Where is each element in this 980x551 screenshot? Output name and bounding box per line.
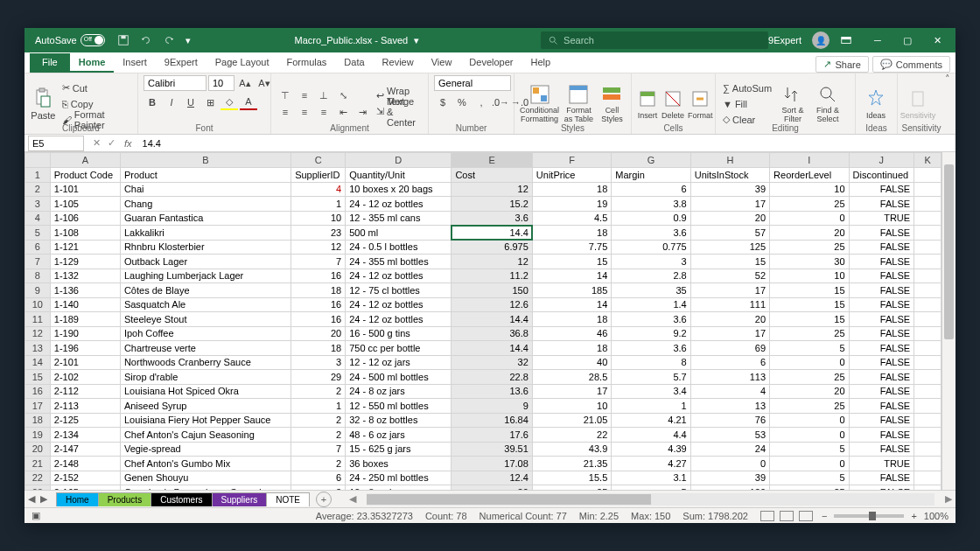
header-cell[interactable]: SupplierID: [291, 168, 346, 183]
cell[interactable]: 10: [770, 182, 849, 197]
cell[interactable]: 15 - 625 g jars: [346, 442, 452, 457]
cell[interactable]: Rhnbru Klosterbier: [120, 240, 290, 255]
cell[interactable]: TRUE: [849, 211, 914, 226]
row-header[interactable]: 5: [25, 226, 51, 241]
cell[interactable]: 12 - 355 ml cans: [346, 211, 452, 226]
cell[interactable]: 3.4: [612, 384, 690, 399]
sheet-tab-note[interactable]: NOTE: [266, 492, 310, 506]
cell[interactable]: 21.05: [532, 413, 611, 428]
cell[interactable]: FALSE: [849, 182, 914, 197]
cell[interactable]: 32 - 8 oz bottles: [346, 413, 452, 428]
maximize-button[interactable]: ▢: [892, 28, 922, 52]
cell[interactable]: 12.4: [452, 471, 532, 485]
cell[interactable]: 36.8: [452, 326, 532, 341]
cell[interactable]: 4.39: [612, 442, 690, 457]
cell[interactable]: 25: [770, 240, 849, 255]
increase-font-button[interactable]: A▴: [236, 75, 254, 91]
cell[interactable]: 500 ml: [346, 226, 452, 241]
cell[interactable]: FALSE: [849, 240, 914, 255]
cell[interactable]: 52: [690, 269, 769, 283]
cell[interactable]: 21.35: [532, 457, 611, 471]
font-name-combo[interactable]: Calibri: [144, 75, 206, 91]
cell[interactable]: 2-134: [50, 428, 120, 443]
cell[interactable]: 185: [532, 283, 611, 298]
zoom-out-icon[interactable]: −: [822, 511, 827, 521]
decrease-font-button[interactable]: A▾: [256, 75, 273, 91]
cell[interactable]: 113: [690, 370, 769, 385]
cell[interactable]: Steeleye Stout: [120, 312, 290, 327]
cell[interactable]: 12 - 75 cl bottles: [346, 283, 452, 298]
cell[interactable]: 0: [770, 457, 849, 471]
ribbon-tab-view[interactable]: View: [423, 53, 461, 73]
column-header-F[interactable]: F: [532, 153, 611, 168]
hscroll-left-icon[interactable]: ◀: [349, 493, 356, 505]
cell[interactable]: 43.9: [532, 442, 611, 457]
cell[interactable]: 25: [770, 370, 849, 385]
cell[interactable]: 29: [291, 370, 346, 385]
cell[interactable]: 5: [770, 341, 849, 356]
cell[interactable]: 18: [291, 341, 346, 356]
cell[interactable]: Sasquatch Ale: [120, 297, 290, 312]
row-header[interactable]: 18: [25, 413, 51, 428]
conditional-formatting-button[interactable]: Conditional Formatting: [520, 84, 559, 124]
row-header[interactable]: 3: [25, 197, 51, 212]
cell[interactable]: FALSE: [849, 370, 914, 385]
cancel-formula-icon[interactable]: ✕: [93, 137, 101, 149]
cell[interactable]: 2-125: [50, 413, 120, 428]
cell[interactable]: 1-129: [50, 255, 120, 269]
cell[interactable]: 6: [612, 182, 690, 197]
column-header-D[interactable]: D: [346, 153, 452, 168]
cell[interactable]: 10: [291, 211, 346, 226]
cell[interactable]: 4.27: [612, 457, 690, 471]
align-center-button[interactable]: ≡: [296, 104, 313, 120]
row-header[interactable]: 20: [25, 442, 51, 457]
user-name[interactable]: 9Expert: [768, 35, 802, 45]
paste-button[interactable]: Paste: [30, 87, 57, 121]
column-header-B[interactable]: B: [120, 153, 290, 168]
underline-button[interactable]: U: [182, 94, 200, 110]
cell[interactable]: 14: [532, 269, 611, 283]
cell[interactable]: 18: [532, 312, 611, 327]
cell[interactable]: 39: [690, 182, 769, 197]
cell[interactable]: FALSE: [849, 297, 914, 312]
row-header[interactable]: 16: [25, 384, 51, 399]
column-header-C[interactable]: C: [291, 153, 346, 168]
cell[interactable]: Laughing Lumberjack Lager: [120, 269, 290, 283]
cell[interactable]: 36 boxes: [346, 457, 452, 471]
cell[interactable]: FALSE: [849, 326, 914, 341]
sheet-tab-customers[interactable]: Customers: [150, 492, 212, 506]
cut-button[interactable]: ✂Cut: [60, 80, 132, 95]
cell[interactable]: 13: [690, 399, 769, 414]
sort-filter-button[interactable]: Sort & Filter: [777, 84, 808, 124]
sheet-tab-products[interactable]: Products: [98, 492, 151, 506]
cell[interactable]: Outback Lager: [120, 255, 290, 269]
cell[interactable]: FALSE: [849, 471, 914, 485]
cell[interactable]: 1: [612, 399, 690, 414]
cell[interactable]: 30: [770, 255, 849, 269]
redo-icon[interactable]: [163, 34, 175, 46]
cell[interactable]: 17: [690, 283, 769, 298]
fx-icon[interactable]: fx: [124, 138, 132, 149]
cell[interactable]: 2-102: [50, 370, 120, 385]
cell[interactable]: 14.4: [452, 226, 532, 241]
row-header[interactable]: 1: [25, 168, 51, 183]
spreadsheet-grid[interactable]: ABCDEFGHIJK1Product CodeProductSupplierI…: [24, 152, 942, 490]
orientation-button[interactable]: ⤡: [334, 87, 352, 103]
cell[interactable]: FALSE: [849, 384, 914, 399]
number-format-combo[interactable]: General: [434, 75, 511, 91]
row-header[interactable]: 11: [25, 312, 51, 327]
cell[interactable]: 12.6: [452, 297, 532, 312]
cell[interactable]: Louisiana Fiery Hot Pepper Sauce: [120, 413, 290, 428]
increase-decimal-button[interactable]: .0→: [492, 94, 509, 110]
italic-button[interactable]: I: [163, 94, 180, 110]
cell[interactable]: 20: [770, 384, 849, 399]
zoom-level[interactable]: 100%: [924, 511, 948, 521]
cell[interactable]: 2-112: [50, 384, 120, 399]
view-page-break-icon[interactable]: [799, 511, 813, 521]
cell[interactable]: 1-196: [50, 341, 120, 356]
font-size-combo[interactable]: 10: [208, 75, 234, 91]
header-cell[interactable]: UnitPrice: [532, 168, 611, 183]
merge-center-button[interactable]: ⇲Merge & Center: [374, 104, 423, 119]
cell[interactable]: 1-132: [50, 269, 120, 283]
cell-styles-button[interactable]: Cell Styles: [598, 84, 626, 124]
